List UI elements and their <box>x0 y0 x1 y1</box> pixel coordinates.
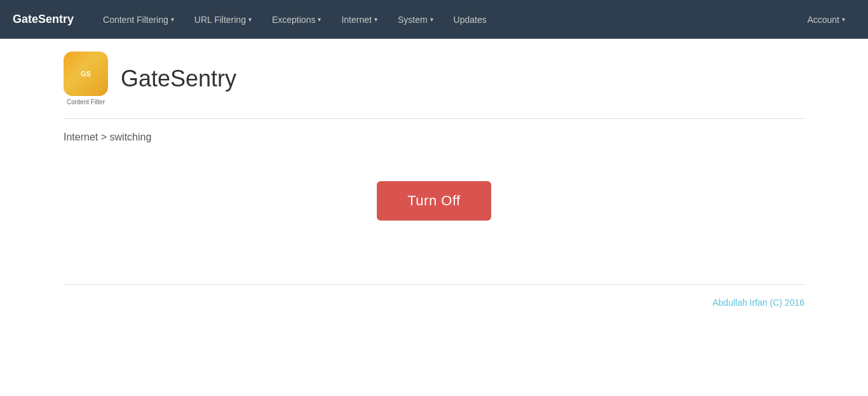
copyright-text: Abdullah Irfan (C) 2016 <box>712 297 804 308</box>
main-content: Turn Off <box>0 156 868 246</box>
nav-item-updates[interactable]: Updates <box>444 0 497 39</box>
logo-sublabel: Content Filter <box>67 99 105 106</box>
nav-item-exceptions[interactable]: Exceptions ▾ <box>262 0 331 39</box>
chevron-down-icon: ▾ <box>842 16 845 23</box>
turn-off-button[interactable]: Turn Off <box>377 181 491 221</box>
nav-item-url-filtering[interactable]: URL Filtering ▾ <box>184 0 262 39</box>
header-area: GS Content Filter GateSentry <box>0 39 868 118</box>
chevron-down-icon: ▾ <box>248 16 252 23</box>
logo-gs-text: GS <box>81 70 91 78</box>
nav-item-account[interactable]: Account ▾ <box>797 0 855 39</box>
nav-item-content-filtering[interactable]: Content Filtering ▾ <box>93 0 184 39</box>
breadcrumb-separator: > <box>101 132 110 142</box>
app-logo: GS <box>64 51 108 96</box>
footer: Abdullah Irfan (C) 2016 <box>0 285 868 320</box>
logo-wrapper: GS Content Filter <box>64 51 108 106</box>
chevron-down-icon: ▾ <box>171 16 174 23</box>
nav-items: Content Filtering ▾ URL Filtering ▾ Exce… <box>93 0 797 39</box>
app-title: GateSentry <box>121 65 236 92</box>
chevron-down-icon: ▾ <box>430 16 433 23</box>
nav-item-system[interactable]: System ▾ <box>388 0 444 39</box>
breadcrumb: Internet > switching <box>0 119 868 156</box>
chevron-down-icon: ▾ <box>374 16 377 23</box>
navbar-brand[interactable]: GateSentry <box>13 13 74 26</box>
breadcrumb-parent: Internet <box>64 132 98 142</box>
navbar: GateSentry Content Filtering ▾ URL Filte… <box>0 0 868 39</box>
chevron-down-icon: ▾ <box>318 16 321 23</box>
breadcrumb-current: switching <box>110 132 152 142</box>
nav-item-internet[interactable]: Internet ▾ <box>331 0 387 39</box>
